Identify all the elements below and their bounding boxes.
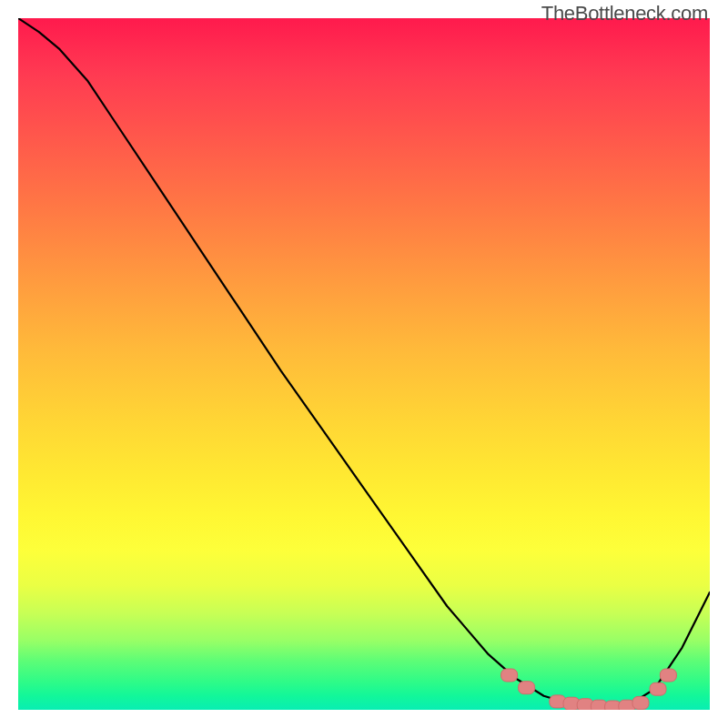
curve-marker <box>650 682 666 695</box>
bottleneck-curve <box>18 18 710 708</box>
curve-marker <box>519 682 535 694</box>
curve-marker <box>660 669 676 682</box>
curve-marker <box>619 700 635 710</box>
curve-marker <box>550 695 566 708</box>
curve-marker <box>501 669 518 682</box>
curve-marker <box>563 697 580 710</box>
plot-area <box>18 18 710 710</box>
curve-marker <box>632 696 649 709</box>
chart-svg <box>18 18 710 710</box>
curve-marker <box>591 700 607 710</box>
curve-marker <box>605 701 622 710</box>
chart-container: TheBottleneck.com <box>0 0 728 728</box>
markers-group <box>501 669 677 710</box>
watermark-label: TheBottleneck.com <box>541 2 708 25</box>
curve-marker <box>577 699 593 710</box>
